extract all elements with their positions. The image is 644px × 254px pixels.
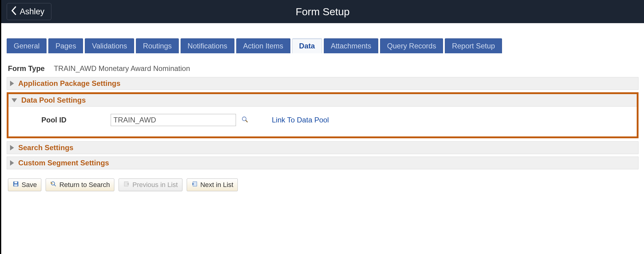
previous-in-list-button: Previous in List: [119, 178, 182, 191]
section-search: Search Settings: [7, 141, 639, 154]
chevron-right-icon: [10, 160, 14, 166]
svg-line-6: [54, 185, 56, 186]
tab-action-items[interactable]: Action Items: [236, 38, 290, 53]
section-title: Application Package Settings: [18, 79, 120, 88]
chevron-right-icon: [10, 145, 14, 150]
tab-report-setup[interactable]: Report Setup: [445, 38, 502, 53]
form-type-value: TRAIN_AWD Monetary Award Nomination: [54, 64, 190, 73]
chevron-right-icon: [10, 81, 14, 86]
chevron-left-icon: [11, 6, 17, 17]
tab-attachments[interactable]: Attachments: [324, 38, 378, 53]
section-custom-segment: Custom Segment Settings: [7, 157, 639, 169]
tab-query-records[interactable]: Query Records: [380, 38, 443, 53]
svg-rect-3: [14, 182, 17, 184]
next-in-list-button[interactable]: Next in List: [187, 178, 238, 191]
button-label: Return to Search: [59, 181, 110, 189]
list-next-icon: [191, 181, 198, 189]
back-label: Ashley: [20, 7, 44, 16]
page-title: Form Setup: [296, 6, 350, 18]
tab-validations[interactable]: Validations: [85, 38, 134, 53]
form-type-label: Form Type: [8, 64, 45, 73]
pool-id-label: Pool ID: [14, 116, 105, 124]
button-bar: Save Return to Search Previous in List N…: [8, 178, 644, 191]
tab-notifications[interactable]: Notifications: [181, 38, 234, 53]
save-button[interactable]: Save: [8, 178, 41, 191]
save-icon: [12, 181, 19, 189]
tab-pages[interactable]: Pages: [48, 38, 83, 53]
svg-rect-4: [14, 184, 18, 186]
section-toggle-data-pool[interactable]: Data Pool Settings: [9, 94, 637, 107]
section-toggle-app-package[interactable]: Application Package Settings: [7, 77, 639, 90]
link-to-data-pool[interactable]: Link To Data Pool: [272, 116, 329, 124]
list-prev-icon: [123, 181, 130, 189]
button-label: Previous in List: [132, 181, 178, 189]
return-to-search-button[interactable]: Return to Search: [46, 178, 114, 191]
section-data-pool-highlight: Data Pool Settings Pool ID Link To Data …: [7, 92, 639, 138]
form-type-row: Form Type TRAIN_AWD Monetary Award Nomin…: [8, 64, 644, 73]
svg-point-0: [242, 117, 246, 121]
lookup-icon[interactable]: [241, 116, 248, 124]
tab-data[interactable]: Data: [292, 38, 322, 53]
section-toggle-custom-segment[interactable]: Custom Segment Settings: [7, 157, 639, 169]
section-title: Custom Segment Settings: [18, 159, 109, 167]
button-label: Next in List: [200, 181, 234, 189]
pool-id-input[interactable]: [111, 114, 236, 126]
search-return-icon: [50, 181, 57, 189]
top-bar: Ashley Form Setup: [1, 0, 644, 23]
tab-general[interactable]: General: [7, 38, 47, 53]
button-label: Save: [22, 181, 37, 189]
section-body-data-pool: Pool ID Link To Data Pool: [9, 107, 637, 136]
tab-routings[interactable]: Routings: [136, 38, 179, 53]
section-app-package: Application Package Settings: [7, 77, 639, 90]
chevron-down-icon: [12, 98, 17, 102]
section-title: Search Settings: [18, 143, 73, 152]
section-toggle-search[interactable]: Search Settings: [7, 141, 639, 154]
tab-bar: GeneralPagesValidationsRoutingsNotificat…: [7, 38, 644, 53]
back-button[interactable]: Ashley: [7, 3, 51, 20]
svg-line-1: [246, 120, 248, 122]
section-title: Data Pool Settings: [21, 96, 86, 104]
